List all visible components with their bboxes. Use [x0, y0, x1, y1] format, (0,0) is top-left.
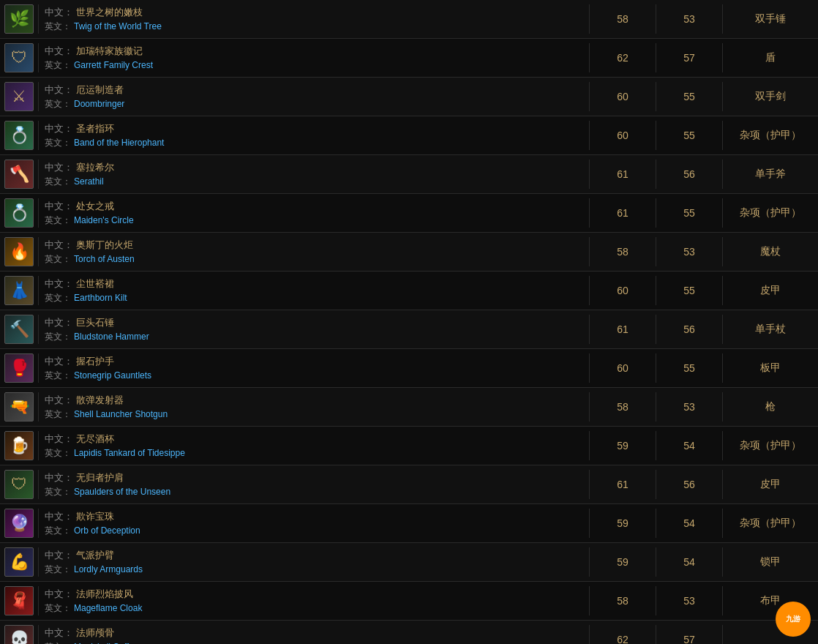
item-icon-col: 🔨 — [0, 313, 38, 345]
item-icon: 🧣 — [4, 586, 34, 615]
item-icon-col: 💍 — [0, 119, 38, 151]
item-level: 61 — [590, 323, 656, 335]
item-name-en: 英文：Mageflame Cloak — [45, 602, 583, 615]
table-row[interactable]: 👗 中文：尘世褡裙 英文：Earthborn Kilt 60 55 皮甲 — [0, 272, 818, 310]
item-icon: 🔮 — [4, 509, 34, 538]
item-level: 61 — [590, 168, 656, 180]
item-name-en: 英文：Maiden's Circle — [45, 214, 583, 227]
item-req-level: 57 — [656, 52, 722, 64]
item-icon: 💪 — [4, 547, 34, 577]
item-name-en: 英文：Earthborn Kilt — [45, 292, 583, 304]
item-type: 魔杖 — [723, 245, 818, 258]
item-name-en: 英文：Orb of Deception — [45, 525, 583, 537]
item-name-col: 中文：圣者指环 英文：Band of the Hierophant — [39, 121, 589, 151]
item-name-col: 中文：尘世褡裙 英文：Earthborn Kilt — [39, 276, 589, 306]
item-icon-col: 💀 — [0, 624, 38, 644]
item-icon: 🛡 — [4, 43, 34, 72]
item-req-level: 56 — [656, 323, 722, 335]
item-icon-col: 🍺 — [0, 430, 38, 462]
item-level: 59 — [590, 440, 656, 452]
item-type: 单手斧 — [723, 168, 818, 181]
item-name-cn: 中文：法师颅骨 — [45, 626, 583, 640]
item-icon-col: 🔫 — [0, 391, 38, 423]
table-row[interactable]: 🔨 中文：巨头石锤 英文：Bludstone Hammer 61 56 单手杖 — [0, 310, 818, 349]
item-level: 62 — [590, 634, 656, 644]
item-type: 盾 — [723, 51, 818, 64]
item-req-level: 54 — [656, 440, 722, 452]
item-name-en: 英文：Garrett Family Crest — [45, 59, 583, 72]
item-name-col: 中文：欺诈宝珠 英文：Orb of Deception — [39, 509, 589, 539]
item-level: 58 — [590, 13, 656, 25]
item-type: 皮甲 — [723, 284, 818, 297]
item-name-cn: 中文：欺诈宝珠 — [45, 510, 583, 523]
table-row[interactable]: 💍 中文：处女之戒 英文：Maiden's Circle 61 55 杂项（护甲… — [0, 194, 818, 233]
item-icon: 🥊 — [4, 353, 34, 383]
item-level: 60 — [590, 130, 656, 141]
table-row[interactable]: 💪 中文：气派护臂 英文：Lordly Armguards 59 54 锁甲 — [0, 543, 818, 582]
table-row[interactable]: 🍺 中文：无尽酒杯 英文：Lapidis Tankard of Tidesipp… — [0, 427, 818, 465]
item-name-col: 中文：奥斯丁的火炬 英文：Torch of Austen — [39, 237, 589, 267]
item-name-en: 英文：Magiskull Cuffs — [45, 641, 583, 644]
item-name-en: 英文：Band of the Hierophant — [45, 137, 583, 149]
divider — [722, 625, 723, 644]
item-req-level: 55 — [656, 130, 722, 141]
item-name-col: 中文：气派护臂 英文：Lordly Armguards — [39, 547, 589, 577]
item-icon-col: 🧣 — [0, 585, 38, 617]
table-row[interactable]: ⚔ 中文：厄运制造者 英文：Doombringer 60 55 双手剑 — [0, 78, 818, 116]
item-icon: 🔨 — [4, 315, 34, 344]
item-icon: 🪓 — [4, 160, 34, 189]
item-icon: 💍 — [4, 121, 34, 150]
table-row[interactable]: 🔥 中文：奥斯丁的火炬 英文：Torch of Austen 58 53 魔杖 — [0, 233, 818, 272]
item-name-col: 中文：巨头石锤 英文：Bludstone Hammer — [39, 315, 589, 345]
item-name-col: 中文：厄运制造者 英文：Doombringer — [39, 82, 589, 112]
item-req-level: 54 — [656, 556, 722, 568]
item-icon-col: 👗 — [0, 274, 38, 307]
item-icon: ⚔ — [4, 82, 34, 111]
table-row[interactable]: 🛡 中文：加瑞特家族徽记 英文：Garrett Family Crest 62 … — [0, 39, 818, 78]
item-type: 杂项（护甲） — [723, 517, 818, 530]
table-row[interactable]: 🔫 中文：散弹发射器 英文：Shell Launcher Shotgun 58 … — [0, 388, 818, 427]
item-name-col: 中文：世界之树的嫩枝 英文：Twig of the World Tree — [39, 4, 589, 34]
table-row[interactable]: 🪓 中文：塞拉希尔 英文：Serathil 61 56 单手斧 — [0, 155, 818, 194]
item-name-en: 英文：Spaulders of the Unseen — [45, 486, 583, 498]
item-name-col: 中文：握石护手 英文：Stonegrip Gauntlets — [39, 353, 589, 383]
item-req-level: 57 — [656, 634, 722, 644]
table-row[interactable]: 🛡 中文：无归者护肩 英文：Spaulders of the Unseen 61… — [0, 465, 818, 504]
item-type: 杂项（护甲） — [723, 439, 818, 452]
table-row[interactable]: 🔮 中文：欺诈宝珠 英文：Orb of Deception 59 54 杂项（护… — [0, 504, 818, 543]
table-row[interactable]: 💀 中文：法师颅骨 英文：Magiskull Cuffs 62 57 — [0, 621, 818, 644]
item-name-en: 英文：Serathil — [45, 176, 583, 188]
table-row[interactable]: 🥊 中文：握石护手 英文：Stonegrip Gauntlets 60 55 板… — [0, 349, 818, 388]
item-name-cn: 中文：巨头石锤 — [45, 316, 583, 329]
item-type: 杂项（护甲） — [723, 206, 818, 220]
item-name-en: 英文：Torch of Austen — [45, 253, 583, 266]
item-type: 锁甲 — [723, 555, 818, 569]
item-name-col: 中文：法师颅骨 英文：Magiskull Cuffs — [39, 625, 589, 645]
item-name-cn: 中文：无尽酒杯 — [45, 433, 583, 446]
item-icon: 💀 — [4, 625, 34, 644]
item-name-cn: 中文：无归者护肩 — [45, 471, 583, 484]
item-name-en: 英文：Stonegrip Gauntlets — [45, 370, 583, 382]
item-level: 60 — [590, 362, 656, 374]
item-icon-col: 🪓 — [0, 158, 38, 190]
item-level: 58 — [590, 246, 656, 258]
item-type: 单手杖 — [723, 323, 818, 336]
item-name-col: 中文：无尽酒杯 英文：Lapidis Tankard of Tidesippe — [39, 431, 589, 461]
item-name-en: 英文：Shell Launcher Shotgun — [45, 408, 583, 421]
item-icon-col: ⚔ — [0, 80, 38, 113]
item-type: 双手锤 — [723, 12, 818, 26]
table-row[interactable]: 🧣 中文：法师烈焰披风 英文：Mageflame Cloak 58 53 布甲 — [0, 582, 818, 621]
item-icon: 🔫 — [4, 392, 34, 422]
item-name-cn: 中文：尘世褡裙 — [45, 277, 583, 291]
item-icon-col: 🛡 — [0, 42, 38, 74]
item-type: 板甲 — [723, 362, 818, 375]
table-row[interactable]: 🌿 中文：世界之树的嫩枝 英文：Twig of the World Tree 5… — [0, 0, 818, 39]
item-name-en: 英文：Twig of the World Tree — [45, 20, 583, 33]
item-name-cn: 中文：世界之树的嫩枝 — [45, 6, 583, 19]
item-name-cn: 中文：奥斯丁的火炬 — [45, 239, 583, 252]
item-name-en: 英文：Lordly Armguards — [45, 564, 583, 576]
item-icon: 🔥 — [4, 237, 34, 266]
item-name-cn: 中文：圣者指环 — [45, 122, 583, 135]
item-type: 双手剑 — [723, 90, 818, 103]
table-row[interactable]: 💍 中文：圣者指环 英文：Band of the Hierophant 60 5… — [0, 116, 818, 155]
